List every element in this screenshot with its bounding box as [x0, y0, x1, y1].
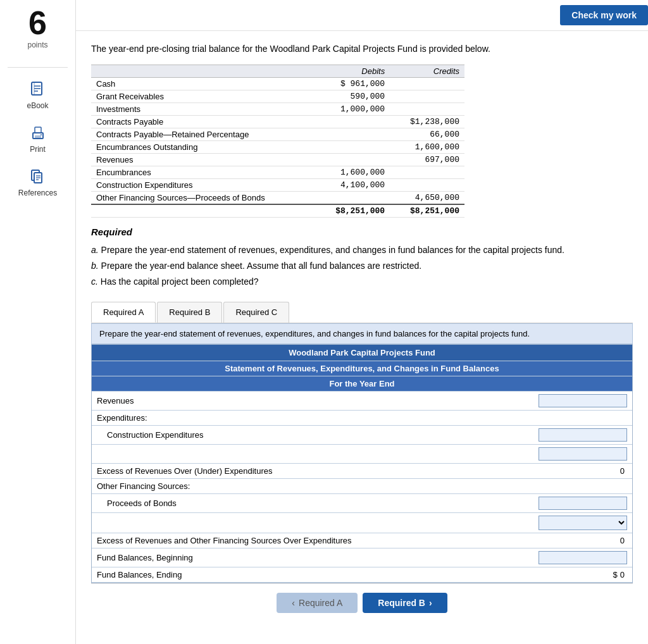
references-icon	[28, 166, 48, 187]
revenues-label: Revenues	[92, 391, 531, 410]
extra-expenditure-row	[92, 444, 632, 463]
sidebar-item-print[interactable]: Print	[9, 116, 66, 160]
statement-title-2: Statement of Revenues, Expenditures, and…	[92, 361, 632, 376]
question-number: 6	[28, 6, 47, 39]
revenues-input[interactable]	[539, 394, 627, 407]
other-financing-header-row: Other Financing Sources:	[92, 478, 632, 493]
required-list: a. Prepare the year-end statement of rev…	[91, 242, 633, 290]
table-row: Contracts Payable—Retained Percentage 66…	[91, 128, 464, 141]
tab-required-c[interactable]: Required C	[223, 302, 289, 323]
check-my-work-button[interactable]: Check my work	[560, 5, 648, 25]
excess-revenues-value: 0	[620, 466, 627, 476]
svg-point-8	[40, 134, 42, 135]
table-row: Other Financing Sources—Proceeds of Bond…	[91, 192, 464, 205]
statement-title-1: Woodland Park Capital Projects Fund	[92, 345, 632, 361]
dropdown-label	[92, 512, 531, 533]
sidebar-item-ebook[interactable]: eBook	[9, 73, 66, 116]
table-row: Investments 1,000,000	[91, 103, 464, 116]
ebook-icon	[28, 79, 48, 99]
tabs-container: Required A Required B Required C	[91, 302, 633, 323]
table-row: Contracts Payable $1,238,000	[91, 116, 464, 128]
table-row: Grant Receivables 590,000	[91, 90, 464, 103]
statement-table: Woodland Park Capital Projects Fund Stat…	[92, 345, 632, 583]
dropdown-row	[92, 512, 632, 533]
excess-with-financing-label: Excess of Revenues and Other Financing S…	[92, 533, 531, 548]
fund-balances-ending-label: Fund Balances, Ending	[92, 567, 531, 582]
statement-wrapper: Woodland Park Capital Projects Fund Stat…	[91, 344, 633, 583]
statement-title-3: For the Year End	[92, 376, 632, 391]
tab-required-b[interactable]: Required B	[157, 302, 222, 323]
next-arrow: ›	[429, 598, 432, 608]
required-heading: Required	[91, 226, 633, 237]
table-row: Encumbrances 1,600,000	[91, 166, 464, 179]
ebook-label: eBook	[27, 101, 48, 110]
required-item-b: b. Prepare the year-end balance sheet. A…	[91, 258, 633, 274]
prev-arrow: ‹	[292, 598, 295, 608]
fund-balances-beginning-input[interactable]	[539, 551, 627, 564]
next-button[interactable]: Required B ›	[363, 593, 447, 613]
financing-source-dropdown[interactable]	[539, 516, 627, 530]
trial-balance-table: Debits Credits Cash $ 961,000 Grant Rece…	[91, 65, 464, 218]
fund-balances-beginning-row: Fund Balances, Beginning	[92, 548, 632, 567]
required-item-a: a. Prepare the year-end statement of rev…	[91, 242, 633, 258]
expenditures-label: Expenditures:	[92, 410, 531, 425]
proceeds-bonds-input[interactable]	[539, 497, 627, 510]
references-label: References	[18, 189, 57, 197]
excess-revenues-row: Excess of Revenues Over (Under) Expendit…	[92, 463, 632, 478]
main-content: Check my work The year-end pre-closing t…	[76, 0, 648, 644]
statement-title-row-2: Statement of Revenues, Expenditures, and…	[92, 361, 632, 376]
revenues-row: Revenues	[92, 391, 632, 410]
print-icon	[28, 123, 48, 143]
fund-balances-beginning-label: Fund Balances, Beginning	[92, 548, 531, 567]
expenditures-header-row: Expenditures:	[92, 410, 632, 425]
bottom-nav: ‹ Required A Required B ›	[91, 583, 633, 619]
excess-revenues-label: Excess of Revenues Over (Under) Expendit…	[92, 463, 531, 478]
prev-button[interactable]: ‹ Required A	[277, 593, 358, 613]
top-bar: Check my work	[76, 0, 648, 31]
instruction-bar: Prepare the year-end statement of revenu…	[91, 323, 633, 344]
svg-rect-6	[35, 127, 41, 133]
intro-text: The year-end pre-closing trial balance f…	[91, 42, 633, 56]
next-label: Required B	[378, 598, 425, 608]
construction-expenditures-row: Construction Expenditures	[92, 425, 632, 444]
print-label: Print	[30, 145, 46, 154]
table-row: Revenues 697,000	[91, 154, 464, 166]
statement-title-row-1: Woodland Park Capital Projects Fund	[92, 345, 632, 361]
tb-header-debits: Debits	[315, 65, 390, 78]
trial-balance-total-row: $8,251,000 $8,251,000	[91, 204, 464, 218]
points-label: points	[27, 40, 47, 49]
required-item-c: c. Has the capital project been complete…	[91, 274, 633, 290]
content-area: The year-end pre-closing trial balance f…	[76, 31, 648, 644]
other-financing-label: Other Financing Sources:	[92, 478, 531, 493]
tab-required-a[interactable]: Required A	[91, 302, 156, 323]
sidebar-item-references[interactable]: References	[9, 160, 66, 204]
table-row: Cash $ 961,000	[91, 78, 464, 90]
proceeds-bonds-row: Proceeds of Bonds	[92, 493, 632, 512]
statement-title-row-3: For the Year End	[92, 376, 632, 391]
extra-expenditure-input[interactable]	[539, 447, 627, 461]
sidebar: 6 points eBook Print	[0, 0, 76, 644]
construction-expenditures-input[interactable]	[539, 428, 627, 442]
construction-expenditures-label: Construction Expenditures	[92, 425, 531, 444]
fund-balances-ending-row: Fund Balances, Ending $ 0	[92, 567, 632, 582]
table-row: Encumbrances Outstanding 1,600,000	[91, 141, 464, 154]
fund-balances-ending-prefix: $	[613, 570, 618, 579]
excess-with-financing-row: Excess of Revenues and Other Financing S…	[92, 533, 632, 548]
tb-header-label	[91, 65, 315, 78]
extra-expenditure-label	[92, 444, 531, 463]
svg-rect-7	[35, 135, 41, 138]
proceeds-bonds-label: Proceeds of Bonds	[92, 493, 531, 512]
table-row: Construction Expenditures 4,100,000	[91, 179, 464, 192]
prev-label: Required A	[299, 598, 342, 608]
fund-balances-ending-value: 0	[620, 570, 627, 579]
excess-with-financing-value: 0	[620, 536, 627, 545]
tb-header-credits: Credits	[390, 65, 464, 78]
